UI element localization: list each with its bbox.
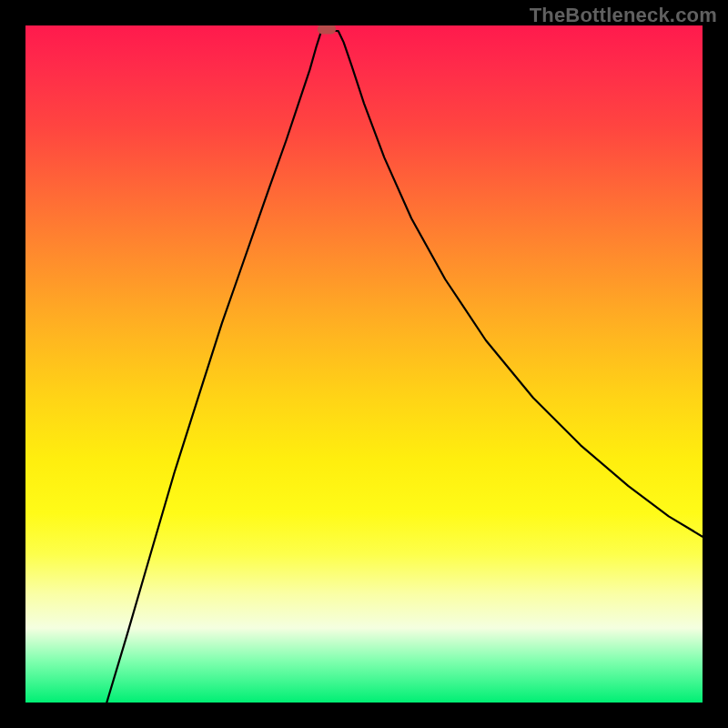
bottleneck-curve xyxy=(106,31,703,703)
watermark-text: TheBottleneck.com xyxy=(530,4,717,27)
curve-layer xyxy=(25,25,703,703)
optimum-marker xyxy=(318,25,336,35)
chart-frame: TheBottleneck.com xyxy=(0,0,728,728)
plot-area xyxy=(25,25,703,703)
